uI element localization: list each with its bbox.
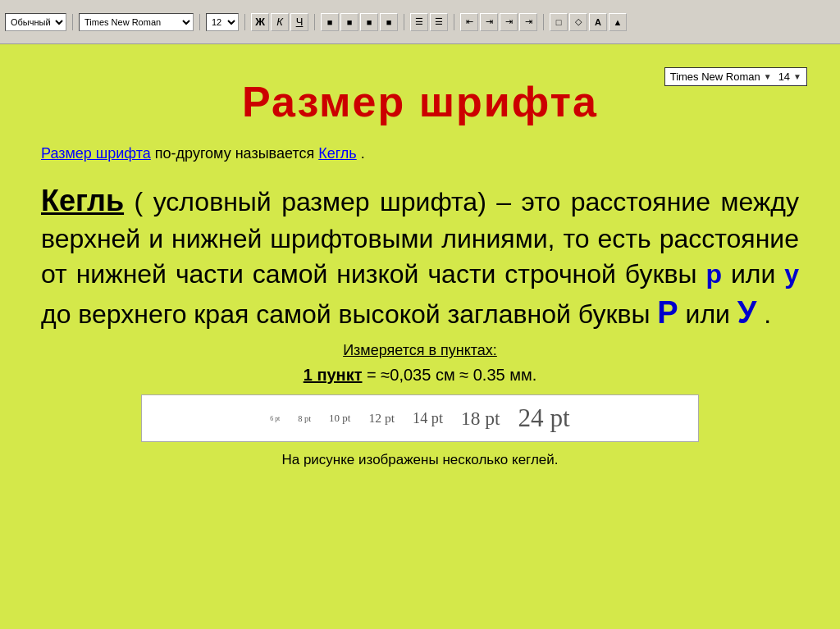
toolbar-sep-7 bbox=[543, 14, 544, 30]
toolbar-sep-1 bbox=[72, 14, 73, 30]
main-text-or: или bbox=[686, 299, 737, 329]
kegль-link[interactable]: Кегль bbox=[318, 145, 357, 162]
font-box-name: Times New Roman bbox=[670, 71, 760, 83]
pt-sample-12: 12 pt bbox=[368, 411, 395, 426]
toolbar-list-group: ☰ ☰ bbox=[410, 13, 448, 31]
toolbar-align-group: ■ ■ ■ ■ bbox=[321, 13, 398, 31]
list-bullet-button[interactable]: ☰ bbox=[410, 13, 428, 31]
italic-button[interactable]: К bbox=[271, 13, 289, 31]
indent-increase-button[interactable]: ⇥ bbox=[480, 13, 498, 31]
odin-punkt-label: 1 пункт bbox=[304, 366, 363, 384]
first-paragraph: Размер шрифта по-другому называется Кегл… bbox=[41, 143, 799, 165]
letter-y: у bbox=[784, 259, 799, 289]
pt-sample-8: 8 pt bbox=[298, 414, 311, 423]
caption-text: На рисунке изображены несколько кеглей. bbox=[41, 452, 799, 468]
toolbar-misc-group: □ ◇ A ▲ bbox=[550, 13, 627, 31]
pt-sample-14: 14 pt bbox=[413, 410, 443, 427]
align-left-button[interactable]: ■ bbox=[321, 13, 339, 31]
list-number-button[interactable]: ☰ bbox=[430, 13, 448, 31]
toolbar-style-group: Обычный bbox=[5, 13, 66, 31]
indent-extra-button[interactable]: ⇥ bbox=[500, 13, 518, 31]
punkt-value: = ≈0,035 см ≈ 0.35 мм. bbox=[367, 366, 536, 384]
main-text-start: ( условный размер шрифта) – это расстоян… bbox=[41, 187, 799, 289]
toolbar-size-group: 12 bbox=[206, 13, 239, 31]
font-box-dropdown-icon[interactable]: ▼ bbox=[764, 72, 772, 81]
main-text-block: Кегль ( условный размер шрифта) – это ра… bbox=[41, 181, 799, 334]
indent-decrease-button[interactable]: ⇤ bbox=[460, 13, 478, 31]
toolbar-font-group: Times New Roman bbox=[79, 13, 194, 31]
toolbar-format-group: Ж К Ч bbox=[251, 13, 308, 31]
pt-sample-6: 6 pt bbox=[270, 415, 280, 422]
letter-P-big: Р bbox=[657, 295, 678, 330]
main-text-cont: до верхнего края самой высокой заглавной… bbox=[41, 299, 657, 329]
punkt-line: 1 пункт = ≈0,035 см ≈ 0.35 мм. bbox=[41, 366, 799, 385]
toolbar-sep-6 bbox=[454, 14, 454, 30]
align-center-button[interactable]: ■ bbox=[340, 13, 358, 31]
triangle-button[interactable]: ▲ bbox=[609, 13, 627, 31]
main-text-mid: или bbox=[731, 259, 784, 289]
font-box-size-dropdown-icon[interactable]: ▼ bbox=[793, 72, 801, 81]
letter-Y-big: У bbox=[737, 295, 757, 330]
size-select[interactable]: 12 bbox=[206, 13, 239, 31]
font-select[interactable]: Times New Roman bbox=[79, 13, 194, 31]
slide: Times New Roman ▼ 14 ▼ Размер шрифта Раз… bbox=[0, 44, 840, 629]
bold-button[interactable]: Ж bbox=[251, 13, 269, 31]
toolbar-sep-2 bbox=[199, 14, 200, 30]
border-button[interactable]: □ bbox=[550, 13, 568, 31]
toolbar-sep-4 bbox=[314, 14, 315, 30]
letter-p: р bbox=[705, 259, 722, 289]
razmer-link[interactable]: Размер шрифта bbox=[41, 145, 151, 162]
pt-sample-24: 24 pt bbox=[518, 403, 569, 433]
underline-button[interactable]: Ч bbox=[290, 13, 308, 31]
kegль-big-label: Кегль bbox=[41, 184, 124, 217]
izmeryaetsya-text: Измеряется в пунктах: bbox=[41, 342, 799, 359]
highlight-button[interactable]: ◇ bbox=[569, 13, 587, 31]
toolbar-indent-group: ⇤ ⇥ ⇥ ⇥ bbox=[460, 13, 537, 31]
align-justify-button[interactable]: ■ bbox=[380, 13, 398, 31]
font-box-size: 14 bbox=[778, 71, 790, 83]
style-select[interactable]: Обычный bbox=[5, 13, 66, 31]
toolbar: Обычный Times New Roman 12 Ж К Ч ■ ■ ■ ■… bbox=[0, 0, 840, 44]
pt-sample-18: 18 pt bbox=[461, 408, 500, 430]
pt-sample-10: 10 pt bbox=[329, 412, 350, 425]
fontcolor-button[interactable]: A bbox=[589, 13, 607, 31]
first-para-mid: по-другому называется bbox=[155, 145, 318, 162]
toolbar-sep-5 bbox=[404, 14, 404, 30]
main-text-end: . bbox=[764, 299, 771, 329]
indent-extra2-button[interactable]: ⇥ bbox=[519, 13, 537, 31]
points-demo-box: 6 pt8 pt10 pt12 pt14 pt18 pt24 pt bbox=[141, 394, 699, 442]
toolbar-sep-3 bbox=[244, 14, 245, 30]
font-box: Times New Roman ▼ 14 ▼ bbox=[664, 67, 807, 86]
align-right-button[interactable]: ■ bbox=[360, 13, 378, 31]
first-para-end: . bbox=[361, 145, 365, 162]
